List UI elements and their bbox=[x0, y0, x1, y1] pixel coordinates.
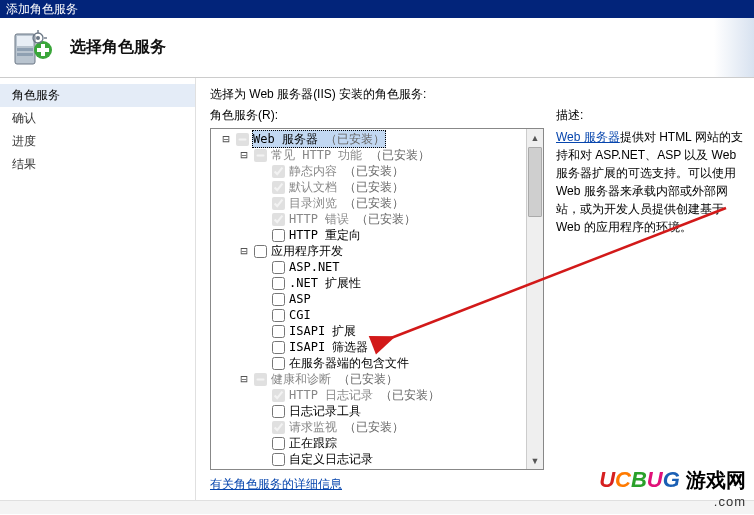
svg-rect-2 bbox=[17, 48, 33, 51]
tree-node-label[interactable]: ASP bbox=[288, 291, 312, 307]
tree-checkbox bbox=[272, 181, 285, 194]
tree-node[interactable]: 在服务器端的包含文件 bbox=[215, 355, 543, 371]
tree-node-label[interactable]: 应用程序开发 bbox=[270, 243, 344, 259]
tree-node-label[interactable]: 静态内容 （已安装） bbox=[288, 163, 405, 179]
vertical-scrollbar[interactable]: ▲ ▼ bbox=[526, 129, 543, 469]
tree-checkbox[interactable] bbox=[272, 453, 285, 466]
tree-node-label[interactable]: .NET 扩展性 bbox=[288, 275, 362, 291]
tree-node[interactable]: CGI bbox=[215, 307, 543, 323]
tree-node[interactable]: 正在跟踪 bbox=[215, 435, 543, 451]
tree-toggle[interactable]: ⊟ bbox=[237, 371, 251, 387]
tree-node-label[interactable]: 常见 HTTP 功能 （已安装） bbox=[270, 147, 431, 163]
wizard-step[interactable]: 进度 bbox=[0, 130, 195, 153]
header: 选择角色服务 bbox=[0, 18, 754, 78]
tree-node-label[interactable]: ODBC 日志记录 bbox=[288, 467, 374, 470]
tree-node-label[interactable]: 健康和诊断 （已安装） bbox=[270, 371, 399, 387]
tree-toggle[interactable]: ⊟ bbox=[237, 243, 251, 259]
description-link[interactable]: Web 服务器 bbox=[556, 130, 620, 144]
tree-node[interactable]: HTTP 日志记录 （已安装） bbox=[215, 387, 543, 403]
tree-node-label[interactable]: HTTP 日志记录 （已安装） bbox=[288, 387, 441, 403]
tree-checkbox bbox=[254, 149, 267, 162]
header-gradient bbox=[714, 18, 754, 77]
tree-node[interactable]: ⊟健康和诊断 （已安装） bbox=[215, 371, 543, 387]
svg-rect-1 bbox=[17, 36, 33, 46]
svg-rect-6 bbox=[37, 48, 49, 52]
tree-node-label[interactable]: 自定义日志记录 bbox=[288, 451, 374, 467]
title-bar: 添加角色服务 bbox=[0, 0, 754, 18]
wizard-step[interactable]: 确认 bbox=[0, 107, 195, 130]
tree-node[interactable]: ODBC 日志记录 bbox=[215, 467, 543, 470]
tree-node-label[interactable]: ISAPI 扩展 bbox=[288, 323, 357, 339]
tree-node-label[interactable]: 正在跟踪 bbox=[288, 435, 338, 451]
tree-checkbox bbox=[272, 213, 285, 226]
watermark: UCBUG 游戏网 .com bbox=[599, 467, 746, 509]
tree-checkbox[interactable] bbox=[272, 261, 285, 274]
tree-node[interactable]: 请求监视 （已安装） bbox=[215, 419, 543, 435]
tree-node[interactable]: HTTP 重定向 bbox=[215, 227, 543, 243]
tree-checkbox[interactable] bbox=[272, 469, 285, 471]
scroll-up-arrow[interactable]: ▲ bbox=[527, 129, 543, 146]
tree-label: 角色服务(R): bbox=[210, 107, 544, 124]
scroll-down-arrow[interactable]: ▼ bbox=[527, 452, 543, 469]
tree-node[interactable]: ISAPI 筛选器 bbox=[215, 339, 543, 355]
tree-node-label[interactable]: 目录浏览 （已安装） bbox=[288, 195, 405, 211]
tree-node-label[interactable]: CGI bbox=[288, 307, 312, 323]
tree-checkbox[interactable] bbox=[272, 325, 285, 338]
tree-toggle[interactable]: ⊟ bbox=[237, 147, 251, 163]
tree-node[interactable]: 静态内容 （已安装） bbox=[215, 163, 543, 179]
tree-checkbox bbox=[272, 165, 285, 178]
tree-checkbox bbox=[272, 389, 285, 402]
tree-node[interactable]: ISAPI 扩展 bbox=[215, 323, 543, 339]
tree-node-label[interactable]: ISAPI 筛选器 bbox=[288, 339, 369, 355]
svg-rect-9 bbox=[37, 30, 38, 33]
tree-checkbox[interactable] bbox=[272, 341, 285, 354]
tree-node[interactable]: ASP.NET bbox=[215, 259, 543, 275]
tree-node[interactable]: 自定义日志记录 bbox=[215, 451, 543, 467]
scroll-thumb[interactable] bbox=[528, 147, 542, 217]
tree-node[interactable]: 默认文档 （已安装） bbox=[215, 179, 543, 195]
tree-node-label[interactable]: Web 服务器 （已安装） bbox=[252, 130, 386, 148]
tree-node-label[interactable]: HTTP 重定向 bbox=[288, 227, 362, 243]
tree-checkbox[interactable] bbox=[272, 309, 285, 322]
tree-checkbox bbox=[236, 133, 249, 146]
main-panel: 选择为 Web 服务器(IIS) 安装的角色服务: 角色服务(R): ⊟Web … bbox=[196, 78, 754, 500]
description-text: Web 服务器提供对 HTML 网站的支持和对 ASP.NET、ASP 以及 W… bbox=[556, 128, 746, 236]
description-label: 描述: bbox=[556, 107, 746, 124]
wizard-icon bbox=[10, 24, 58, 72]
wizard-steps-sidebar: 角色服务确认进度结果 bbox=[0, 78, 196, 500]
svg-rect-3 bbox=[17, 53, 33, 56]
tree-checkbox bbox=[272, 421, 285, 434]
tree-node[interactable]: ASP bbox=[215, 291, 543, 307]
role-services-tree[interactable]: ⊟Web 服务器 （已安装）⊟常见 HTTP 功能 （已安装）静态内容 （已安装… bbox=[210, 128, 544, 470]
svg-rect-10 bbox=[44, 37, 47, 38]
tree-checkbox bbox=[272, 197, 285, 210]
tree-checkbox[interactable] bbox=[272, 277, 285, 290]
page-title: 选择角色服务 bbox=[70, 37, 166, 58]
wizard-step[interactable]: 角色服务 bbox=[0, 84, 195, 107]
more-info-link[interactable]: 有关角色服务的详细信息 bbox=[210, 476, 342, 493]
tree-checkbox[interactable] bbox=[272, 229, 285, 242]
tree-node[interactable]: ⊟常见 HTTP 功能 （已安装） bbox=[215, 147, 543, 163]
tree-toggle[interactable]: ⊟ bbox=[219, 131, 233, 147]
tree-checkbox[interactable] bbox=[272, 357, 285, 370]
tree-node-label[interactable]: 默认文档 （已安装） bbox=[288, 179, 405, 195]
tree-checkbox[interactable] bbox=[272, 437, 285, 450]
tree-node[interactable]: 目录浏览 （已安装） bbox=[215, 195, 543, 211]
tree-node-label[interactable]: 请求监视 （已安装） bbox=[288, 419, 405, 435]
tree-checkbox[interactable] bbox=[254, 245, 267, 258]
svg-point-8 bbox=[36, 36, 40, 40]
tree-checkbox bbox=[254, 373, 267, 386]
tree-checkbox[interactable] bbox=[272, 293, 285, 306]
tree-node-label[interactable]: ASP.NET bbox=[288, 259, 341, 275]
tree-checkbox[interactable] bbox=[272, 405, 285, 418]
instruction-text: 选择为 Web 服务器(IIS) 安装的角色服务: bbox=[210, 86, 746, 103]
tree-node[interactable]: .NET 扩展性 bbox=[215, 275, 543, 291]
tree-node-label[interactable]: 在服务器端的包含文件 bbox=[288, 355, 410, 371]
tree-node[interactable]: 日志记录工具 bbox=[215, 403, 543, 419]
tree-node-label[interactable]: 日志记录工具 bbox=[288, 403, 362, 419]
tree-node-label[interactable]: HTTP 错误 （已安装） bbox=[288, 211, 417, 227]
tree-node[interactable]: HTTP 错误 （已安装） bbox=[215, 211, 543, 227]
tree-node[interactable]: ⊟应用程序开发 bbox=[215, 243, 543, 259]
tree-node[interactable]: ⊟Web 服务器 （已安装） bbox=[215, 131, 543, 147]
wizard-step[interactable]: 结果 bbox=[0, 153, 195, 176]
